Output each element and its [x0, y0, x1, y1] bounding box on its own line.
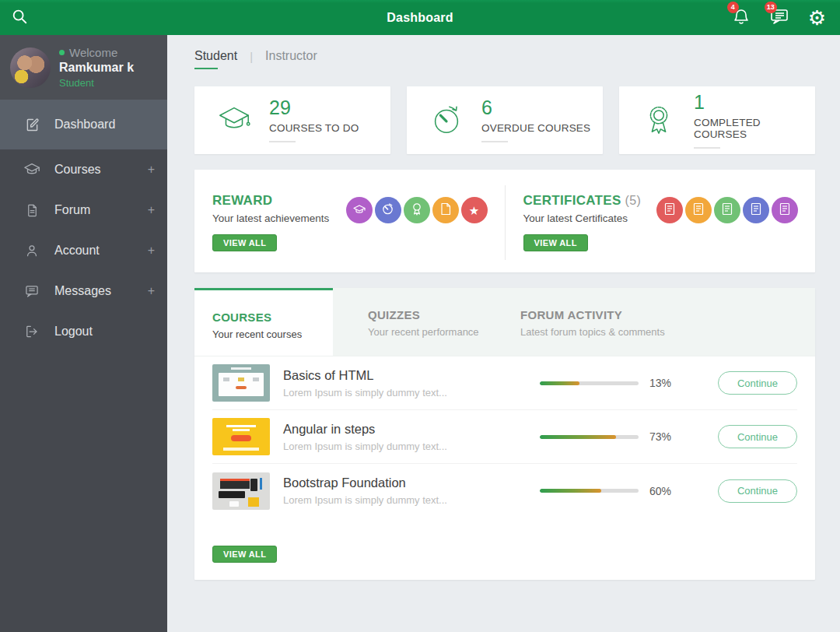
sidebar-item-forum[interactable]: Forum + — [0, 190, 167, 230]
course-thumbnail[interactable] — [212, 418, 270, 455]
stat-card-overdue-courses[interactable]: 6 OVERDUE COURSES — [407, 86, 603, 154]
certificates-section: CERTIFICATES (5) Your latest Certificate… — [506, 170, 816, 272]
achievement-badge[interactable] — [346, 197, 373, 223]
tab-instructor[interactable]: Instructor — [265, 49, 317, 69]
tab-label: QUIZZES — [368, 308, 484, 321]
continue-button[interactable]: Continue — [718, 479, 797, 503]
sidebar-item-label: Messages — [54, 284, 111, 298]
course-row: Angular in steps Lorem Ipsum is simply d… — [212, 410, 797, 464]
stat-label: COMPLETED COURSES — [694, 117, 815, 140]
sidebar-item-messages[interactable]: Messages + — [0, 271, 167, 311]
certificate-badge[interactable] — [772, 197, 798, 223]
reward-certificates-panel: REWARD Your latest achievements VIEW ALL — [194, 170, 815, 272]
certificate-badge[interactable] — [743, 197, 769, 223]
certificate-badge[interactable] — [714, 197, 740, 223]
course-thumbnail[interactable] — [212, 472, 270, 510]
role-tabs: Student | Instructor — [194, 49, 815, 69]
stat-card-courses-to-do[interactable]: 29 COURSES TO DO — [194, 86, 390, 154]
stat-label: OVERDUE COURSES — [481, 122, 590, 134]
progress-percent: 13% — [649, 377, 679, 389]
certificate-icon — [722, 202, 733, 219]
progress-bar — [540, 435, 639, 439]
achievement-badge[interactable] — [432, 197, 459, 223]
progress-percent: 60% — [649, 485, 679, 497]
sidebar-item-label: Dashboard — [54, 118, 115, 132]
progress-bar — [540, 381, 639, 385]
notifications-button[interactable]: 4 — [732, 7, 751, 29]
certificates-view-all-button[interactable]: VIEW ALL — [523, 234, 588, 251]
course-title[interactable]: Angular in steps — [283, 422, 447, 437]
plus-icon[interactable]: + — [148, 284, 155, 298]
stat-value: 6 — [481, 98, 590, 118]
reward-subtitle: Your latest achievements — [212, 212, 329, 224]
reward-view-all-button[interactable]: VIEW ALL — [212, 234, 277, 251]
achievement-badge[interactable]: ★ — [461, 197, 488, 223]
reward-badges: ★ — [346, 193, 488, 272]
achievement-badge[interactable] — [404, 197, 430, 223]
stat-value: 29 — [269, 98, 359, 118]
tab-quizzes[interactable]: QUIZZES Your recent performance — [333, 288, 484, 356]
progress-fill — [540, 489, 601, 493]
certificate-badge[interactable] — [656, 197, 683, 223]
tab-label: FORUM ACTIVITY — [520, 308, 815, 321]
sidebar-item-logout[interactable]: Logout — [0, 311, 167, 352]
content-tab-bar: COURSES Your recent courses QUIZZES Your… — [194, 288, 815, 356]
online-status-dot — [59, 50, 65, 55]
stat-card-completed-courses[interactable]: 1 COMPLETED COURSES — [619, 86, 815, 154]
progress-bar — [540, 489, 639, 493]
tab-forum-activity[interactable]: FORUM ACTIVITY Latest forum topics & com… — [484, 288, 815, 356]
stat-underline — [481, 141, 508, 142]
continue-button[interactable]: Continue — [718, 425, 797, 448]
progress-fill — [540, 435, 616, 439]
award-icon — [411, 202, 423, 219]
sidebar-item-label: Logout — [54, 325, 93, 339]
user-name: Ramkumar k — [59, 61, 134, 75]
certificate-icon — [664, 202, 675, 219]
content-tabs-panel: COURSES Your recent courses QUIZZES Your… — [194, 288, 815, 580]
certificate-badges — [656, 193, 798, 272]
sidebar-item-label: Account — [54, 244, 100, 258]
course-description: Lorem Ipsum is simply dummy text... — [283, 494, 447, 506]
sidebar-item-label: Courses — [54, 163, 101, 177]
certificates-title: CERTIFICATES (5) — [523, 193, 642, 209]
course-row: Basics of HTML Lorem Ipsum is simply dum… — [212, 356, 797, 410]
settings-button[interactable]: ⚙ — [808, 8, 826, 28]
app-window: Dashboard 4 13 ⚙ — [0, 0, 840, 632]
tab-subtitle: Latest forum topics & comments — [520, 326, 815, 338]
progress-percent: 73% — [649, 430, 679, 443]
stat-value: 1 — [694, 93, 815, 112]
courses-view-all-button[interactable]: VIEW ALL — [212, 546, 277, 563]
plus-icon[interactable]: + — [148, 203, 155, 217]
certificate-badge[interactable] — [685, 197, 712, 223]
avatar[interactable] — [10, 47, 51, 88]
tab-subtitle: Your recent courses — [212, 328, 333, 340]
course-title[interactable]: Bootstrap Foundation — [283, 476, 447, 490]
stat-label: COURSES TO DO — [269, 122, 359, 134]
course-thumbnail[interactable] — [212, 364, 270, 402]
sidebar-item-account[interactable]: Account + — [0, 230, 167, 271]
certificates-subtitle: Your latest Certificates — [523, 212, 642, 224]
messages-button[interactable]: 13 — [769, 7, 789, 29]
plus-icon[interactable]: + — [148, 244, 155, 258]
tab-label: COURSES — [212, 311, 333, 324]
sidebar-item-dashboard[interactable]: Dashboard — [0, 100, 167, 149]
course-description: Lorem Ipsum is simply dummy text... — [283, 387, 447, 399]
tab-separator: | — [250, 50, 253, 69]
continue-button[interactable]: Continue — [718, 371, 797, 395]
tab-courses[interactable]: COURSES Your recent courses — [194, 288, 333, 356]
welcome-label: Welcome — [69, 46, 117, 59]
user-role: Student — [59, 77, 134, 89]
course-title[interactable]: Basics of HTML — [283, 368, 447, 383]
plus-icon[interactable]: + — [148, 163, 155, 177]
top-bar-actions: 4 13 ⚙ — [732, 7, 840, 29]
progress-fill — [540, 381, 579, 385]
course-row: Bootstrap Foundation Lorem Ipsum is simp… — [212, 464, 797, 518]
achievement-badge[interactable] — [375, 197, 401, 223]
notifications-badge: 4 — [727, 2, 739, 13]
main-content: Student | Instructor 29 COURSES TO DO — [167, 35, 840, 632]
course-list: Basics of HTML Lorem Ipsum is simply dum… — [194, 356, 815, 518]
tab-student[interactable]: Student — [194, 49, 237, 69]
chat-icon — [23, 283, 40, 299]
sidebar-item-label: Forum — [54, 203, 90, 217]
sidebar-item-courses[interactable]: Courses + — [0, 149, 167, 190]
